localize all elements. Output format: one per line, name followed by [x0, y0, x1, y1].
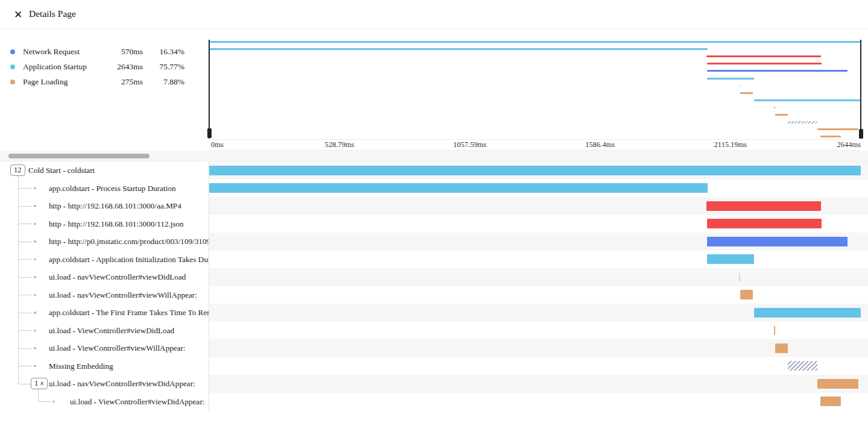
timeline-bar[interactable] — [706, 201, 821, 211]
minimap-bar — [707, 63, 822, 64]
trace-row: ui.load - ViewController#viewDidLoad — [0, 322, 868, 340]
trace-row-label[interactable]: app.coldstart - Application Initializati… — [49, 251, 209, 269]
row-bar-area — [209, 197, 861, 215]
trace-row-label[interactable]: Cold Start - coldstart — [28, 161, 95, 180]
trace-row-label[interactable]: app.coldstart - The First Frame Takes Ti… — [49, 304, 209, 322]
row-bar-area — [209, 233, 861, 251]
trace-row-label[interactable]: Missing Embedding — [49, 357, 113, 375]
axis-tick-label: 0ms — [211, 140, 224, 150]
timeline-bar[interactable] — [707, 254, 754, 264]
chevron-up-icon: ∧ — [40, 380, 44, 386]
horizontal-scrollbar[interactable] — [0, 151, 868, 161]
tree-bullet-dot — [34, 276, 36, 278]
legend-item[interactable]: Page Loading 275ms 7.88% — [0, 74, 195, 89]
minimap-bar — [707, 78, 754, 80]
timeline-bar[interactable] — [707, 237, 848, 246]
minimap-right-handle[interactable] — [859, 129, 863, 139]
trace-row-label[interactable]: ui.load - navViewController#viewWillAppe… — [49, 286, 197, 304]
legend-color-dot — [10, 80, 15, 84]
minimap-bar — [739, 85, 740, 87]
trace-row: ui.load - ViewController#viewWillAppear: — [0, 339, 868, 357]
row-bar-area — [209, 357, 861, 375]
header: ✕ Details Page — [0, 0, 868, 29]
tree-connector — [38, 401, 51, 402]
trace-row-label[interactable]: ui.load - navViewController#viewDidLoad — [49, 268, 186, 286]
tree-bullet-dot — [34, 258, 36, 261]
tree-connector — [18, 295, 32, 295]
timeline-bar[interactable] — [817, 379, 858, 389]
timeline-bar[interactable] — [820, 396, 841, 406]
trace-row: app.coldstart - The First Frame Takes Ti… — [0, 304, 868, 322]
trace-row: app.coldstart - Process Startup Duration — [0, 180, 868, 198]
legend-label: Page Loading — [23, 77, 95, 87]
tree-connector — [18, 277, 32, 278]
legend-duration: 2643ms — [95, 62, 143, 72]
trace-row-label[interactable]: http - http://192.168.68.101:3000/aa.MP4 — [49, 197, 181, 215]
minimap-right-guide[interactable] — [860, 40, 861, 139]
scrollbar-thumb[interactable] — [8, 154, 149, 158]
tree-connector — [18, 259, 32, 260]
timeline-bar[interactable] — [775, 343, 788, 353]
row-bar-area — [209, 304, 861, 322]
legend-duration: 570ms — [95, 47, 143, 57]
collapse-toggle-badge[interactable]: 1∧ — [31, 378, 48, 389]
axis-tick-label: 528.79ms — [325, 140, 354, 150]
axis-tick-label: 2644ms — [837, 140, 861, 150]
minimap-overview[interactable] — [209, 36, 861, 140]
legend-percent: 75.77% — [143, 62, 184, 72]
trace-row: http - http://p0.jmstatic.com/product/00… — [0, 233, 868, 251]
minimap-left-handle[interactable] — [207, 128, 212, 138]
axis-tick-label: 2115.19ms — [714, 140, 747, 150]
minimap-bar — [774, 107, 775, 108]
timeline-tick[interactable] — [739, 273, 740, 282]
tree-bullet-dot — [52, 401, 55, 403]
legend-item[interactable]: Network Request 570ms 16.34% — [0, 44, 195, 59]
legend-label: Application Startup — [23, 62, 95, 72]
trace-row-label[interactable]: ui.load - navViewController#viewDidAppea… — [49, 375, 195, 393]
row-bar-area — [209, 322, 861, 340]
trace-row-label[interactable]: http - http://p0.jmstatic.com/product/00… — [49, 233, 209, 251]
tree-bullet-dot — [34, 365, 36, 368]
minimap-bar — [209, 48, 708, 50]
minimap-left-guide[interactable] — [209, 40, 210, 139]
tree-connector — [18, 348, 32, 349]
trace-row-label[interactable]: ui.load - ViewController#viewWillAppear: — [49, 339, 186, 357]
trace-row-label[interactable]: ui.load - ViewController#viewDidLoad — [49, 322, 174, 340]
timeline-bar[interactable] — [209, 183, 708, 193]
timeline-bar[interactable] — [740, 290, 753, 299]
legend-duration: 275ms — [95, 77, 143, 87]
legend: Network Request 570ms 16.34% Application… — [0, 44, 184, 89]
time-axis: 0ms528.79ms1057.59ms1586.4ms2115.19ms264… — [209, 140, 861, 151]
trace-row: app.coldstart - Application Initializati… — [0, 251, 868, 269]
timeline-bar[interactable] — [754, 308, 861, 318]
tree-connector — [18, 206, 32, 207]
trace-row-label[interactable]: app.coldstart - Process Startup Duration — [49, 180, 176, 198]
trace-row-label[interactable]: ui.load - ViewController#viewDidAppear: — [70, 393, 204, 411]
tree-bullet-dot — [34, 223, 36, 225]
minimap-bar — [706, 55, 821, 57]
timeline-bar[interactable] — [707, 219, 822, 228]
legend-color-dot — [10, 49, 15, 54]
minimap-bar — [740, 92, 753, 94]
trace-row-label[interactable]: http - http://192.168.68.101:3000/112.js… — [49, 215, 184, 233]
legend-percent: 16.34% — [143, 47, 184, 57]
tree-connector — [18, 242, 32, 242]
minimap-bar — [820, 136, 841, 137]
minimap-bar — [209, 41, 861, 43]
axis-tick-label: 1057.59ms — [453, 140, 486, 150]
row-bar-area — [209, 180, 861, 198]
tree-connector — [18, 384, 31, 384]
trace-row: ui.load - navViewController#viewDidLoad — [0, 268, 868, 286]
legend-item[interactable]: Application Startup 2643ms 75.77% — [0, 59, 195, 74]
trace-row: ui.load - navViewController#viewWillAppe… — [0, 286, 868, 304]
timeline-bar[interactable] — [209, 166, 861, 175]
tree-connector — [18, 188, 32, 189]
row-bar-area — [209, 375, 861, 393]
collapse-count-badge[interactable]: 12 — [10, 164, 25, 176]
timeline-tick[interactable] — [774, 326, 775, 335]
tree-connector — [18, 224, 32, 224]
row-bar-area — [209, 286, 861, 304]
close-icon[interactable]: ✕ — [11, 8, 25, 21]
timeline-hatch-bar[interactable] — [788, 361, 817, 371]
legend-color-dot — [10, 64, 15, 69]
